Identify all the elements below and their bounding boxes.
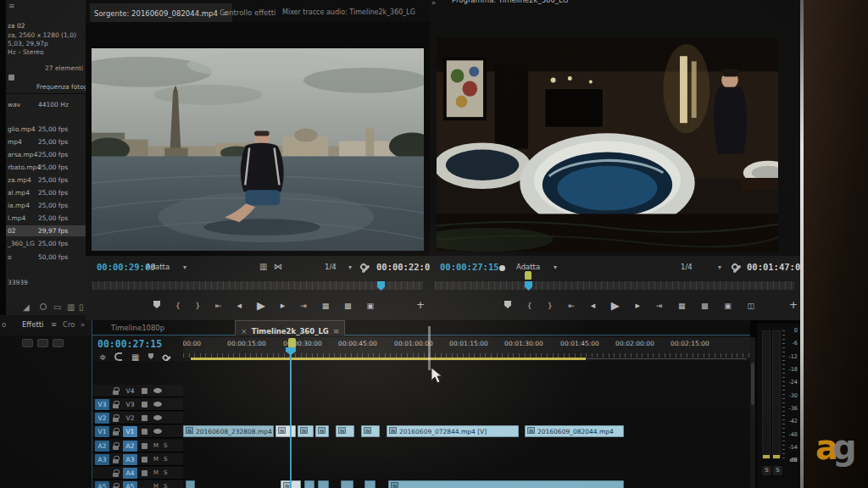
chevron-down-icon[interactable]: ▾ xyxy=(348,263,352,271)
track-name[interactable]: A3 xyxy=(123,454,137,465)
track-header-v1[interactable]: V1 V1 xyxy=(92,425,183,438)
timeline-scrollbar[interactable] xyxy=(750,337,755,488)
mark-out-button[interactable]: } xyxy=(548,297,553,315)
track-meter-icon[interactable] xyxy=(142,457,147,463)
track-header-a2[interactable]: A2 A2 M S xyxy=(92,440,183,452)
lock-icon[interactable] xyxy=(113,404,119,408)
track-visibility-icon[interactable] xyxy=(153,388,162,393)
solo-button[interactable]: S xyxy=(164,481,167,488)
project-item-selected[interactable]: 0229,97 fps xyxy=(6,225,86,236)
lock-icon[interactable] xyxy=(113,431,119,435)
mute-button[interactable]: M xyxy=(153,468,159,479)
tab-effects-menu[interactable]: ≡ xyxy=(51,317,57,332)
solo-button[interactable]: S xyxy=(164,468,167,479)
snap-icon[interactable] xyxy=(114,352,122,361)
track-header-v4[interactable]: V4 xyxy=(92,385,183,397)
source-patch[interactable]: V2 xyxy=(95,413,109,424)
goto-in-button[interactable]: ⇤ xyxy=(568,297,575,315)
trash-icon[interactable]: ▯ xyxy=(79,303,84,312)
lift-button[interactable]: ▦ xyxy=(678,297,686,315)
timeline-clip[interactable] xyxy=(364,480,376,488)
sequence-marker[interactable] xyxy=(525,271,531,280)
mark-in-button[interactable]: { xyxy=(175,297,181,315)
timeline-clip[interactable]: fx xyxy=(336,425,354,437)
lock-icon[interactable] xyxy=(113,418,119,422)
step-forward-button[interactable]: ▸ xyxy=(635,297,640,315)
goto-out-button[interactable]: ⇥ xyxy=(300,297,307,315)
solo-button[interactable]: S xyxy=(164,454,167,465)
project-item[interactable]: rbato.mp425,00 fps xyxy=(6,162,86,173)
track-meter-icon[interactable] xyxy=(142,470,147,476)
track-visibility-icon[interactable] xyxy=(153,415,162,420)
track-header-a4[interactable]: A4 M S xyxy=(92,467,183,480)
step-back-button[interactable]: ◂ xyxy=(237,297,242,315)
work-area-bar[interactable] xyxy=(191,358,586,360)
timeline-timecode[interactable]: 00:00:27:15 xyxy=(97,338,162,350)
track-name[interactable]: A5 xyxy=(123,481,137,488)
add-marker-button[interactable] xyxy=(504,297,511,315)
sync-lock-icon[interactable] xyxy=(142,388,147,394)
timeline-playhead-line[interactable] xyxy=(290,352,292,488)
timeline-clip[interactable]: fx xyxy=(361,425,380,437)
source-patch[interactable]: A2 xyxy=(95,441,109,452)
chevron-down-icon[interactable]: ▾ xyxy=(183,263,186,271)
list-view-icon[interactable] xyxy=(8,75,14,80)
overwrite-button[interactable]: ▩ xyxy=(344,297,352,315)
menu-icon[interactable]: ≡ xyxy=(333,327,339,336)
program-panel-title[interactable]: Programma: Timeline2k_360_LG xyxy=(452,0,568,8)
project-item[interactable]: l.mp425,00 fps xyxy=(6,213,86,224)
timeline-clip[interactable] xyxy=(318,480,329,488)
sync-lock-icon[interactable] xyxy=(142,415,147,421)
tab-partial[interactable]: o xyxy=(2,317,6,332)
play-button[interactable]: ▶ xyxy=(257,297,265,315)
timeline-clip[interactable] xyxy=(304,480,314,488)
tab-audio-mixer[interactable]: Mixer tracce audio: Timeline2k_360_LG xyxy=(282,3,415,22)
project-item[interactable]: o50,00 fps xyxy=(6,252,86,263)
button-editor-plus[interactable]: + xyxy=(789,296,798,314)
new-folder-icon[interactable]: ▭ xyxy=(53,303,61,312)
project-item[interactable]: _360_LG25,00 fps xyxy=(6,238,86,249)
project-item[interactable]: arsa.mp425,00 fps xyxy=(6,149,86,160)
panel-menu-icon[interactable]: ≡ xyxy=(8,2,15,10)
timeline-clip[interactable]: fx xyxy=(315,425,329,437)
solo-button-left[interactable]: S xyxy=(762,466,771,475)
timeline-clip[interactable] xyxy=(186,480,195,488)
mute-button[interactable]: M xyxy=(153,441,159,452)
chevron-down-icon[interactable]: ▾ xyxy=(554,263,557,271)
step-forward-button[interactable]: ▸ xyxy=(281,297,286,315)
add-marker-button[interactable] xyxy=(153,297,160,315)
project-item[interactable]: 33939 xyxy=(6,277,86,288)
project-item[interactable]: mp425,00 fps xyxy=(6,136,86,147)
scrollbar-thumb[interactable] xyxy=(751,363,754,405)
column-header-framerate[interactable]: Frequenza fotogr xyxy=(36,83,86,91)
panel-badge-icon[interactable] xyxy=(53,339,64,347)
goto-out-button[interactable]: ⇥ xyxy=(656,297,663,315)
source-scrubber[interactable] xyxy=(92,280,423,290)
time-ruler[interactable]: :00:00 00:00:15:00 00:00:30:00 00:00:45:… xyxy=(183,337,750,358)
tab-timeline-2k-360[interactable]: × Timeline2k_360_LG ≡ xyxy=(235,320,345,336)
sequence-marker[interactable] xyxy=(288,338,296,347)
project-item[interactable]: al.mp425,00 fps xyxy=(6,187,86,198)
export-frame-button[interactable]: ▣ xyxy=(366,297,374,315)
track-header-a5[interactable]: A5 A5 M S xyxy=(92,480,183,488)
timeline-clip[interactable]: fx20160609_072844.mp4 [V] xyxy=(387,425,519,437)
track-name[interactable]: V3 xyxy=(123,399,137,410)
marker-icon[interactable] xyxy=(148,353,153,359)
lock-icon[interactable] xyxy=(113,446,119,450)
program-resolution-select[interactable]: 1/4 xyxy=(681,263,693,271)
source-fit-select[interactable]: Adatta xyxy=(146,263,170,271)
button-editor-plus[interactable]: + xyxy=(416,296,425,314)
panel-badge-icon[interactable] xyxy=(37,339,48,347)
dual-view-icon[interactable]: ⋈ xyxy=(274,263,282,271)
track-name[interactable]: A4 xyxy=(123,468,137,479)
project-item[interactable]: ia.mp425,00 fps xyxy=(6,200,86,211)
program-current-timecode[interactable]: 00:00:27:15 xyxy=(440,262,499,272)
program-playhead[interactable] xyxy=(525,281,532,291)
settings-icon[interactable]: ▥ xyxy=(259,263,267,271)
stop-indicator-icon[interactable] xyxy=(499,265,505,271)
play-button[interactable]: ▶ xyxy=(611,297,620,315)
track-visibility-icon[interactable] xyxy=(153,429,162,434)
wrench-icon[interactable] xyxy=(360,263,370,274)
tab-effects[interactable]: Effetti xyxy=(22,317,43,332)
track-name[interactable]: V1 xyxy=(123,426,137,437)
